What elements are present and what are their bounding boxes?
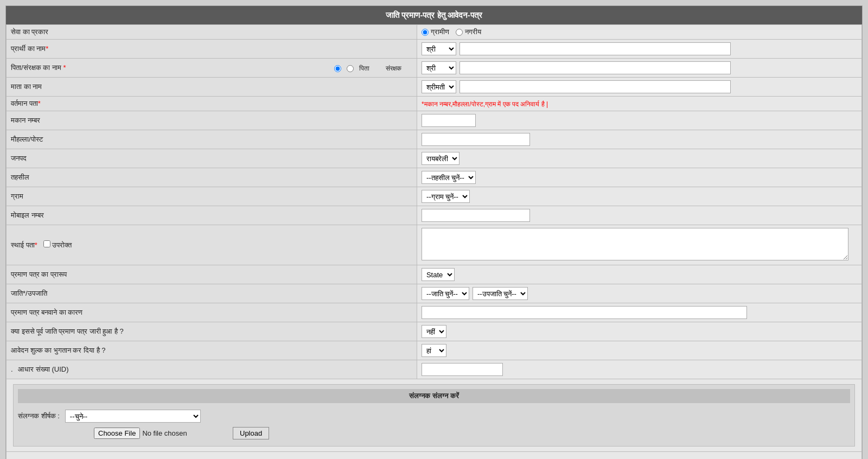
karan-value bbox=[417, 303, 861, 322]
seva-prakar-value: ग्रामीण नगरीय bbox=[417, 25, 861, 40]
karan-label: प्रमाण पत्र बनवाने का कारण bbox=[7, 303, 417, 322]
pita-naam-input[interactable] bbox=[459, 61, 731, 74]
nagareey-radio-label[interactable]: नगरीय bbox=[456, 28, 481, 36]
sthai-pata-label: स्थाई पता* उपरोक्त bbox=[7, 225, 417, 265]
poorv-select[interactable]: नहीं हां bbox=[422, 325, 446, 338]
tehsil-value: --तहसील चुनें-- bbox=[417, 168, 861, 187]
shulk-label: आवेदन शुल्क का भुगतान कर दिया है ? bbox=[7, 341, 417, 360]
sthai-pata-textarea[interactable] bbox=[422, 228, 848, 260]
mobile-label: मोबाइल नम्बर bbox=[7, 206, 417, 225]
makan-number-input[interactable] bbox=[422, 114, 476, 127]
pramaan-patra-select[interactable]: State bbox=[422, 268, 455, 281]
prarthi-naam-input[interactable] bbox=[459, 42, 731, 55]
sthai-pata-value bbox=[417, 225, 861, 265]
poorv-value: नहीं हां bbox=[417, 322, 861, 341]
mohalla-input[interactable] bbox=[422, 133, 530, 146]
makan-number-label: मकान नम्बर bbox=[7, 111, 417, 130]
mohalla-label: मौहल्ला/पोस्ट bbox=[7, 130, 417, 149]
uprokt-checkbox[interactable] bbox=[43, 240, 50, 247]
grameen-radio-label[interactable]: ग्रामीण bbox=[422, 28, 449, 36]
seva-prakar-label: सेवा का प्रकार bbox=[7, 25, 417, 40]
gram-label: ग्राम bbox=[7, 187, 417, 206]
jaati-value: --जाति चुनें-- --उपजाति चुनें-- bbox=[417, 284, 861, 303]
file-upload-row: Upload bbox=[18, 425, 850, 442]
vartaman-pata-warning: *मकान नम्बर,मौहल्ला/पोस्ट,ग्राम में एक प… bbox=[417, 97, 861, 111]
pramaan-patra-label: प्रमाण पत्र का प्रारूप bbox=[7, 265, 417, 284]
mata-naam-input[interactable] bbox=[459, 80, 731, 93]
jaati-label: जाति*/उपजाति bbox=[7, 284, 417, 303]
shulk-value: हां नहीं bbox=[417, 341, 861, 360]
uid-label: . आधार संख्या (UID) bbox=[7, 360, 417, 379]
mohalla-value bbox=[417, 130, 861, 149]
mobile-value bbox=[417, 206, 861, 225]
pita-naam-value: श्री श्रीमती कुमारी bbox=[417, 59, 861, 78]
mata-naam-value: श्रीमती श्री कुमारी bbox=[417, 78, 861, 97]
poorv-label: क्या इससे पूर्व जाति प्रमाण पत्र जारी हु… bbox=[7, 322, 417, 341]
attachment-row: संलग्नक शीर्षक : --चुने-- bbox=[18, 407, 850, 425]
uid-input[interactable] bbox=[422, 363, 503, 376]
tehsil-label: तहसील bbox=[7, 168, 417, 187]
janpad-select[interactable]: रायबरेली bbox=[422, 152, 459, 165]
upjaati-select[interactable]: --उपजाति चुनें-- bbox=[473, 287, 528, 300]
prarthi-naam-label: प्रार्थी का नाम* bbox=[7, 40, 417, 59]
pita-radio[interactable] bbox=[334, 65, 341, 72]
vartaman-pata-label: वर्तमान पता* bbox=[7, 97, 417, 111]
makan-number-value bbox=[417, 111, 861, 130]
uid-value bbox=[417, 360, 861, 379]
file-input[interactable] bbox=[94, 428, 227, 439]
salngrak-shirshak-label: संलग्नक शीर्षक : bbox=[18, 412, 60, 420]
attachment-cell: संलग्नक संलग्न करें संलग्नक शीर्षक : --च… bbox=[7, 379, 862, 452]
salngrak-shirshak-select[interactable]: --चुने-- bbox=[65, 410, 201, 423]
upload-button[interactable]: Upload bbox=[233, 427, 269, 439]
shulk-select[interactable]: हां नहीं bbox=[422, 344, 446, 357]
mata-naam-label: माता का नाम bbox=[7, 78, 417, 97]
form-title: जाति प्रमाण-पत्र हेतु आवेदन-पत्र bbox=[6, 6, 862, 24]
mobile-input[interactable] bbox=[422, 209, 530, 222]
tehsil-select[interactable]: --तहसील चुनें-- bbox=[422, 171, 476, 184]
gram-select[interactable]: --ग्राम चुनें-- bbox=[422, 190, 470, 203]
attachment-title: संलग्नक संलग्न करें bbox=[18, 389, 850, 403]
jaati-select[interactable]: --जाति चुनें-- bbox=[422, 287, 469, 300]
pramaan-patra-value: State bbox=[417, 265, 861, 284]
prarthi-naam-prefix-select[interactable]: श्री श्रीमती कुमारी bbox=[422, 42, 456, 55]
pita-naam-prefix-select[interactable]: श्री श्रीमती कुमारी bbox=[422, 61, 456, 74]
grameen-radio[interactable] bbox=[422, 29, 429, 36]
gram-value: --ग्राम चुनें-- bbox=[417, 187, 861, 206]
attachment-box: संलग्नक संलग्न करें संलग्नक शीर्षक : --च… bbox=[13, 384, 855, 447]
karan-input[interactable] bbox=[422, 306, 747, 319]
sanrakshak-radio[interactable] bbox=[347, 65, 354, 72]
nagareey-radio[interactable] bbox=[456, 29, 463, 36]
pita-label: पिता/संरक्षक का नाम * पिता संरक्षक bbox=[7, 59, 417, 78]
mata-naam-prefix-select[interactable]: श्रीमती श्री कुमारी bbox=[422, 80, 456, 93]
empty-row bbox=[7, 452, 862, 460]
prarthi-naam-value: श्री श्रीमती कुमारी bbox=[417, 40, 861, 59]
janpad-value: रायबरेली bbox=[417, 149, 861, 168]
janpad-label: जनपद bbox=[7, 149, 417, 168]
